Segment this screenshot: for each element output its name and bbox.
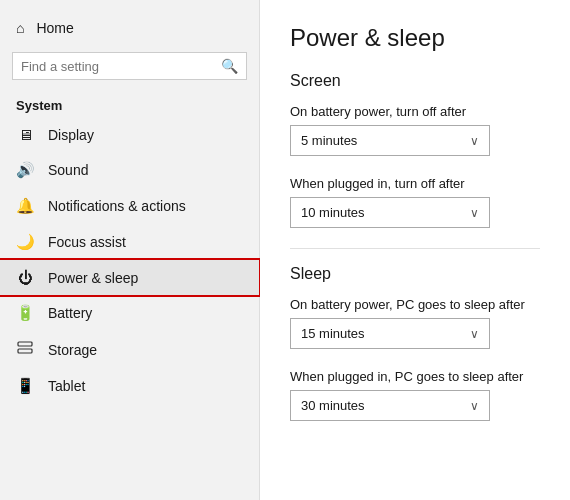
system-section-label: System	[0, 90, 259, 117]
sidebar-item-label: Power & sleep	[48, 270, 138, 286]
search-input[interactable]	[21, 59, 213, 74]
svg-rect-1	[18, 349, 32, 353]
search-box[interactable]: 🔍	[12, 52, 247, 80]
svg-rect-0	[18, 342, 32, 346]
display-icon: 🖥	[16, 126, 34, 143]
screen-plugged-group: When plugged in, turn off after 10 minut…	[290, 176, 540, 228]
sidebar-item-battery[interactable]: 🔋 Battery	[0, 295, 259, 331]
chevron-down-icon: ∨	[470, 206, 479, 220]
page-title: Power & sleep	[290, 24, 540, 52]
main-content: Power & sleep Screen On battery power, t…	[260, 0, 570, 500]
sidebar-item-label: Storage	[48, 342, 97, 358]
sidebar-item-label: Sound	[48, 162, 88, 178]
chevron-down-icon: ∨	[470, 327, 479, 341]
sleep-battery-dropdown[interactable]: 15 minutes ∨	[290, 318, 490, 349]
sidebar-item-display[interactable]: 🖥 Display	[0, 117, 259, 152]
sidebar-item-storage[interactable]: Storage	[0, 331, 259, 368]
screen-battery-group: On battery power, turn off after 5 minut…	[290, 104, 540, 156]
sleep-section-title: Sleep	[290, 265, 540, 283]
sidebar-item-label: Notifications & actions	[48, 198, 186, 214]
screen-plugged-label: When plugged in, turn off after	[290, 176, 540, 191]
sound-icon: 🔊	[16, 161, 34, 179]
search-icon: 🔍	[221, 58, 238, 74]
sleep-plugged-label: When plugged in, PC goes to sleep after	[290, 369, 540, 384]
chevron-down-icon: ∨	[470, 134, 479, 148]
sidebar-item-power-sleep[interactable]: ⏻ Power & sleep	[0, 260, 259, 295]
sidebar-item-focus-assist[interactable]: 🌙 Focus assist	[0, 224, 259, 260]
storage-icon	[16, 340, 34, 359]
screen-plugged-value: 10 minutes	[301, 205, 365, 220]
section-divider	[290, 248, 540, 249]
sidebar-item-label: Battery	[48, 305, 92, 321]
sidebar-item-label: Tablet	[48, 378, 85, 394]
sidebar-item-sound[interactable]: 🔊 Sound	[0, 152, 259, 188]
battery-icon: 🔋	[16, 304, 34, 322]
screen-battery-dropdown[interactable]: 5 minutes ∨	[290, 125, 490, 156]
chevron-down-icon: ∨	[470, 399, 479, 413]
home-icon: ⌂	[16, 20, 24, 36]
focus-assist-icon: 🌙	[16, 233, 34, 251]
sleep-battery-group: On battery power, PC goes to sleep after…	[290, 297, 540, 349]
sleep-plugged-value: 30 minutes	[301, 398, 365, 413]
home-label: Home	[36, 20, 73, 36]
sleep-battery-label: On battery power, PC goes to sleep after	[290, 297, 540, 312]
sidebar-item-home[interactable]: ⌂ Home	[0, 10, 259, 46]
screen-battery-label: On battery power, turn off after	[290, 104, 540, 119]
sidebar-item-label: Display	[48, 127, 94, 143]
sleep-plugged-group: When plugged in, PC goes to sleep after …	[290, 369, 540, 421]
sidebar-item-tablet[interactable]: 📱 Tablet	[0, 368, 259, 404]
power-sleep-icon: ⏻	[16, 269, 34, 286]
notifications-icon: 🔔	[16, 197, 34, 215]
tablet-icon: 📱	[16, 377, 34, 395]
sidebar-item-label: Focus assist	[48, 234, 126, 250]
sleep-plugged-dropdown[interactable]: 30 minutes ∨	[290, 390, 490, 421]
screen-section-title: Screen	[290, 72, 540, 90]
screen-plugged-dropdown[interactable]: 10 minutes ∨	[290, 197, 490, 228]
sidebar: ⌂ Home 🔍 System 🖥 Display 🔊 Sound 🔔 Noti…	[0, 0, 260, 500]
sidebar-item-notifications[interactable]: 🔔 Notifications & actions	[0, 188, 259, 224]
screen-battery-value: 5 minutes	[301, 133, 357, 148]
sleep-battery-value: 15 minutes	[301, 326, 365, 341]
